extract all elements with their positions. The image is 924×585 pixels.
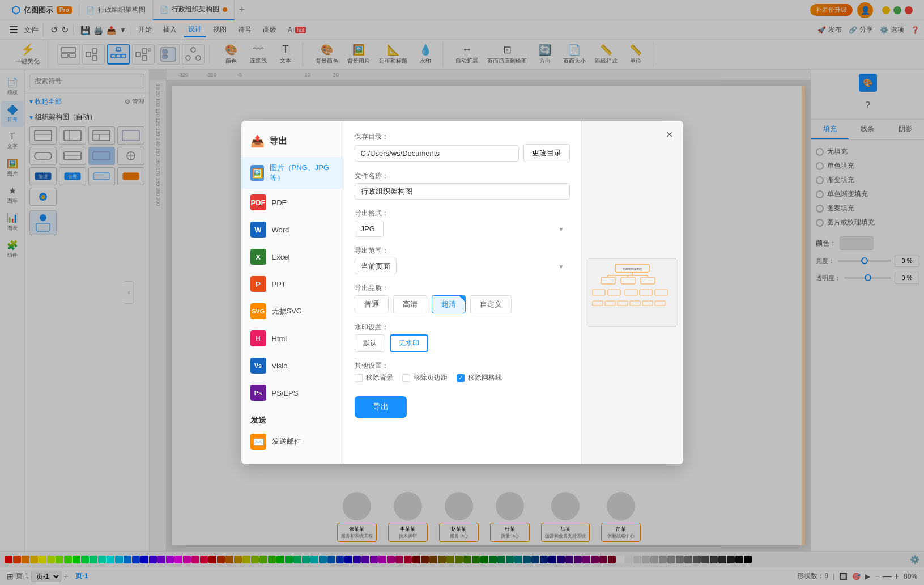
preview-svg: 行政组织架构图: [590, 261, 675, 324]
watermark-row: 水印设置： 默认 无水印: [355, 323, 570, 352]
svg-rect-48: [621, 277, 635, 284]
svg-rect-57: [625, 290, 637, 295]
svg-rect-49: [641, 277, 655, 284]
dialog-preview: 行政组织架构图: [581, 121, 683, 464]
save-dir-input[interactable]: [355, 145, 519, 162]
quality-row: 导出品质： 普通 高清 超清 自定义: [355, 283, 570, 313]
remove-grid-row: ✓ 移除网格线: [457, 373, 502, 383]
svg-rect-61: [605, 301, 615, 306]
watermark-label: 水印设置：: [355, 323, 570, 332]
quality-normal[interactable]: 普通: [355, 295, 389, 313]
svg-text:行政组织架构图: 行政组织架构图: [623, 267, 642, 270]
filename-label: 文件名称：: [355, 171, 570, 181]
svg-rect-56: [608, 290, 620, 295]
other-settings-row: 其他设置： 移除背景 移除页边距 ✓ 移除网格线: [355, 361, 570, 383]
svg-format-icon: SVG: [250, 303, 266, 319]
filename-row: 文件名称：: [355, 171, 570, 200]
format-select-wrapper: JPG PNG BMP GIF: [355, 221, 570, 237]
format-image[interactable]: 🖼️ 图片（PNG、JPG等）: [241, 157, 343, 189]
format-html[interactable]: H Html: [241, 325, 343, 352]
dialog-container: 📤 导出 🖼️ 图片（PNG、JPG等） PDF PDF W Word X: [241, 121, 683, 464]
remove-grid-label: 移除网格线: [468, 373, 502, 383]
quality-label: 导出品质：: [355, 283, 570, 293]
send-section-title: 发送: [241, 411, 343, 428]
remove-bg-checkbox[interactable]: [355, 374, 363, 382]
change-dir-btn[interactable]: 更改目录: [523, 144, 570, 162]
excel-format-icon: X: [250, 249, 266, 265]
word-format-icon: W: [250, 222, 266, 238]
range-row: 导出范围： 当前页面 全部页面 选中内容: [355, 246, 570, 274]
svg-rect-60: [593, 301, 603, 306]
quality-buttons: 普通 高清 超清 自定义: [355, 295, 570, 313]
svg-rect-55: [593, 290, 605, 295]
dialog-close-btn[interactable]: ✕: [663, 128, 676, 141]
format-select[interactable]: JPG PNG BMP GIF: [355, 221, 384, 237]
dialog-title: 📤 导出: [241, 130, 343, 157]
save-dir-row: 保存目录： 更改目录: [355, 132, 570, 162]
other-checkboxes: 移除背景 移除页边距 ✓ 移除网格线: [355, 373, 570, 383]
visio-format-icon: Vs: [250, 358, 266, 374]
range-select[interactable]: 当前页面 全部页面 选中内容: [355, 258, 397, 274]
dialog-overlay: 📤 导出 🖼️ 图片（PNG、JPG等） PDF PDF W Word X: [0, 0, 924, 585]
remove-bg-label: 移除背景: [366, 373, 393, 383]
preview-image: 行政组织架构图: [587, 258, 678, 327]
save-dir-inline: 更改目录: [355, 144, 570, 162]
dialog-right-form: 保存目录： 更改目录 文件名称： 导出格式： JPG: [343, 121, 581, 464]
svg-rect-62: [618, 301, 628, 306]
send-email[interactable]: ✉️ 发送邮件: [241, 428, 343, 455]
quality-custom[interactable]: 自定义: [470, 295, 512, 313]
watermark-none[interactable]: 无水印: [390, 334, 428, 352]
dialog-title-text: 导出: [269, 135, 287, 147]
export-dialog: 📤 导出 🖼️ 图片（PNG、JPG等） PDF PDF W Word X: [241, 121, 683, 464]
format-word[interactable]: W Word: [241, 216, 343, 243]
remove-margin-row: 移除页边距: [402, 373, 448, 383]
format-row: 导出格式： JPG PNG BMP GIF: [355, 209, 570, 237]
format-label: 导出格式：: [355, 209, 570, 218]
other-label: 其他设置：: [355, 361, 570, 371]
quality-hd[interactable]: 高清: [393, 295, 427, 313]
range-label: 导出范围：: [355, 246, 570, 256]
ps-format-icon: Ps: [250, 385, 266, 401]
range-select-wrapper: 当前页面 全部页面 选中内容: [355, 258, 570, 274]
format-ppt[interactable]: P PPT: [241, 270, 343, 298]
format-excel[interactable]: X Excel: [241, 243, 343, 270]
svg-rect-58: [640, 290, 652, 295]
remove-bg-row: 移除背景: [355, 373, 393, 383]
svg-rect-65: [655, 301, 665, 306]
format-svg[interactable]: SVG 无损SVG: [241, 298, 343, 325]
remove-grid-checkbox[interactable]: ✓: [457, 374, 465, 382]
format-visio[interactable]: Vs Visio: [241, 352, 343, 379]
preview-container: 行政组织架构图: [587, 258, 678, 327]
quality-uhd[interactable]: 超清: [432, 295, 466, 313]
remove-margin-label: 移除页边距: [414, 373, 448, 383]
format-ps[interactable]: Ps PS/EPS: [241, 379, 343, 406]
email-icon: ✉️: [250, 434, 266, 450]
svg-rect-63: [630, 301, 640, 306]
html-format-icon: H: [250, 330, 266, 346]
remove-margin-checkbox[interactable]: [402, 374, 410, 382]
export-btn[interactable]: 导出: [355, 396, 407, 418]
svg-rect-47: [601, 277, 615, 284]
export-icon: 📤: [250, 134, 265, 148]
pdf-format-icon: PDF: [250, 194, 266, 210]
ppt-format-icon: P: [250, 276, 266, 292]
save-dir-label: 保存目录：: [355, 132, 570, 142]
svg-rect-64: [642, 301, 653, 306]
format-pdf[interactable]: PDF PDF: [241, 189, 343, 216]
watermark-buttons: 默认 无水印: [355, 334, 570, 352]
filename-input[interactable]: [355, 183, 570, 200]
svg-rect-59: [655, 290, 667, 295]
dialog-left-menu: 📤 导出 🖼️ 图片（PNG、JPG等） PDF PDF W Word X: [241, 121, 343, 464]
image-format-icon: 🖼️: [250, 165, 264, 181]
watermark-default[interactable]: 默认: [355, 334, 385, 352]
